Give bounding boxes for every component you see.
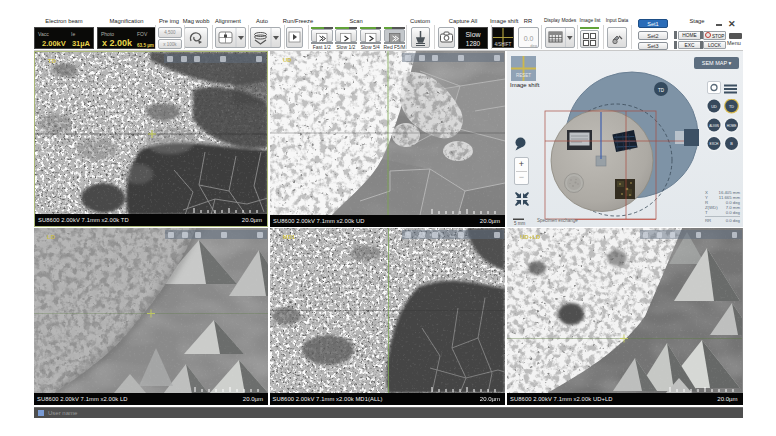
svg-text:HOME: HOME [727, 124, 737, 128]
svg-text:ALIGN: ALIGN [709, 124, 719, 128]
svg-text:UD: UD [711, 105, 717, 109]
svg-text:5 mm: 5 mm [514, 221, 526, 226]
svg-text:TD: TD [658, 88, 665, 93]
svg-text:EXCH: EXCH [710, 142, 720, 146]
svg-text:B: B [730, 142, 733, 146]
svg-text:Specimen exchange: Specimen exchange [537, 218, 578, 223]
svg-text:TD: TD [729, 105, 734, 109]
